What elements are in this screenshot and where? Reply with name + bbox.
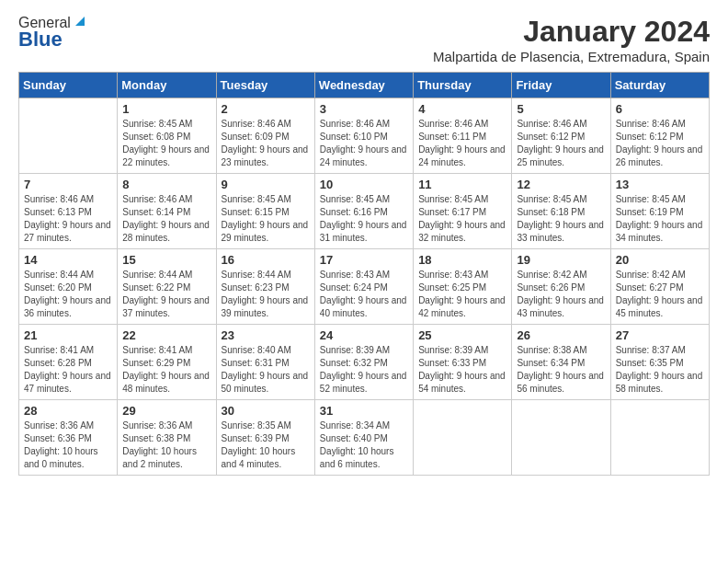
day-info: Sunrise: 8:37 AMSunset: 6:35 PMDaylight:… xyxy=(616,344,704,396)
calendar-cell: 2Sunrise: 8:46 AMSunset: 6:09 PMDaylight… xyxy=(216,98,314,174)
day-number: 5 xyxy=(517,102,605,116)
calendar-cell: 16Sunrise: 8:44 AMSunset: 6:23 PMDayligh… xyxy=(216,249,314,325)
day-number: 19 xyxy=(517,253,605,267)
day-number: 9 xyxy=(222,178,310,191)
day-number: 13 xyxy=(616,178,704,191)
calendar-cell: 3Sunrise: 8:46 AMSunset: 6:10 PMDaylight… xyxy=(314,98,413,174)
day-number: 1 xyxy=(122,102,210,116)
logo-blue-text: Blue xyxy=(18,28,63,52)
calendar-cell: 28Sunrise: 8:36 AMSunset: 6:36 PMDayligh… xyxy=(19,400,118,476)
day-number: 25 xyxy=(418,328,506,342)
day-number: 29 xyxy=(122,404,210,418)
day-number: 24 xyxy=(320,328,408,342)
calendar-cell: 17Sunrise: 8:43 AMSunset: 6:24 PMDayligh… xyxy=(314,249,413,325)
day-info: Sunrise: 8:42 AMSunset: 6:26 PMDaylight:… xyxy=(517,269,605,320)
day-info: Sunrise: 8:44 AMSunset: 6:20 PMDaylight:… xyxy=(24,269,112,320)
day-number: 12 xyxy=(517,178,605,191)
day-number: 15 xyxy=(122,253,210,267)
title-area: January 2024 Malpartida de Plasencia, Ex… xyxy=(433,15,710,64)
day-number: 17 xyxy=(320,253,408,267)
calendar-cell: 10Sunrise: 8:45 AMSunset: 6:16 PMDayligh… xyxy=(314,174,413,249)
day-info: Sunrise: 8:45 AMSunset: 6:19 PMDaylight:… xyxy=(616,193,704,245)
calendar-cell: 4Sunrise: 8:46 AMSunset: 6:11 PMDaylight… xyxy=(414,98,512,174)
day-number: 23 xyxy=(222,328,310,342)
location-subtitle: Malpartida de Plasencia, Extremadura, Sp… xyxy=(433,49,710,64)
calendar-cell: 15Sunrise: 8:44 AMSunset: 6:22 PMDayligh… xyxy=(118,249,216,325)
day-info: Sunrise: 8:40 AMSunset: 6:31 PMDaylight:… xyxy=(222,344,310,396)
day-info: Sunrise: 8:46 AMSunset: 6:13 PMDaylight:… xyxy=(24,193,112,245)
calendar-cell: 23Sunrise: 8:40 AMSunset: 6:31 PMDayligh… xyxy=(216,325,314,400)
header-wednesday: Wednesday xyxy=(314,73,413,98)
day-info: Sunrise: 8:42 AMSunset: 6:27 PMDaylight:… xyxy=(616,269,704,320)
calendar-cell: 5Sunrise: 8:46 AMSunset: 6:12 PMDaylight… xyxy=(512,98,610,174)
calendar-cell: 7Sunrise: 8:46 AMSunset: 6:13 PMDaylight… xyxy=(19,174,118,249)
day-info: Sunrise: 8:46 AMSunset: 6:10 PMDaylight:… xyxy=(320,118,408,169)
calendar-cell: 12Sunrise: 8:45 AMSunset: 6:18 PMDayligh… xyxy=(512,174,610,249)
day-info: Sunrise: 8:36 AMSunset: 6:38 PMDaylight:… xyxy=(122,419,210,471)
day-info: Sunrise: 8:45 AMSunset: 6:17 PMDaylight:… xyxy=(418,193,506,245)
day-info: Sunrise: 8:35 AMSunset: 6:39 PMDaylight:… xyxy=(222,419,310,471)
day-info: Sunrise: 8:34 AMSunset: 6:40 PMDaylight:… xyxy=(320,419,408,471)
day-info: Sunrise: 8:43 AMSunset: 6:25 PMDaylight:… xyxy=(418,269,506,320)
day-info: Sunrise: 8:44 AMSunset: 6:22 PMDaylight:… xyxy=(122,269,210,320)
day-info: Sunrise: 8:46 AMSunset: 6:14 PMDaylight:… xyxy=(122,193,210,245)
logo: General Blue xyxy=(18,15,88,52)
header-tuesday: Tuesday xyxy=(216,73,314,98)
day-info: Sunrise: 8:38 AMSunset: 6:34 PMDaylight:… xyxy=(517,344,605,396)
svg-marker-0 xyxy=(75,17,85,26)
calendar-cell: 31Sunrise: 8:34 AMSunset: 6:40 PMDayligh… xyxy=(314,400,413,476)
day-number: 6 xyxy=(616,102,704,116)
day-number: 3 xyxy=(320,102,408,116)
day-number: 26 xyxy=(517,328,605,342)
calendar-cell xyxy=(414,400,512,476)
header-friday: Friday xyxy=(512,73,610,98)
calendar-cell: 20Sunrise: 8:42 AMSunset: 6:27 PMDayligh… xyxy=(610,249,709,325)
day-number: 14 xyxy=(24,253,112,267)
calendar-cell: 22Sunrise: 8:41 AMSunset: 6:29 PMDayligh… xyxy=(118,325,216,400)
day-number: 4 xyxy=(418,102,506,116)
day-number: 2 xyxy=(222,102,310,116)
day-info: Sunrise: 8:39 AMSunset: 6:33 PMDaylight:… xyxy=(418,344,506,396)
calendar-cell: 30Sunrise: 8:35 AMSunset: 6:39 PMDayligh… xyxy=(216,400,314,476)
logo-arrow-icon xyxy=(72,13,88,29)
day-number: 27 xyxy=(616,328,704,342)
day-number: 30 xyxy=(222,404,310,418)
day-info: Sunrise: 8:45 AMSunset: 6:08 PMDaylight:… xyxy=(122,118,210,169)
day-number: 11 xyxy=(418,178,506,191)
day-info: Sunrise: 8:45 AMSunset: 6:15 PMDaylight:… xyxy=(222,193,310,245)
calendar-cell: 27Sunrise: 8:37 AMSunset: 6:35 PMDayligh… xyxy=(610,325,709,400)
calendar-cell: 9Sunrise: 8:45 AMSunset: 6:15 PMDaylight… xyxy=(216,174,314,249)
day-info: Sunrise: 8:41 AMSunset: 6:28 PMDaylight:… xyxy=(24,344,112,396)
calendar-cell: 6Sunrise: 8:46 AMSunset: 6:12 PMDaylight… xyxy=(610,98,709,174)
week-row-3: 14Sunrise: 8:44 AMSunset: 6:20 PMDayligh… xyxy=(19,249,710,325)
day-number: 18 xyxy=(418,253,506,267)
week-row-1: 1Sunrise: 8:45 AMSunset: 6:08 PMDaylight… xyxy=(19,98,710,174)
header-sunday: Sunday xyxy=(19,73,118,98)
month-title: January 2024 xyxy=(433,15,710,49)
calendar-cell: 13Sunrise: 8:45 AMSunset: 6:19 PMDayligh… xyxy=(610,174,709,249)
day-number: 20 xyxy=(616,253,704,267)
day-info: Sunrise: 8:41 AMSunset: 6:29 PMDaylight:… xyxy=(122,344,210,396)
day-info: Sunrise: 8:44 AMSunset: 6:23 PMDaylight:… xyxy=(222,269,310,320)
calendar-cell: 11Sunrise: 8:45 AMSunset: 6:17 PMDayligh… xyxy=(414,174,512,249)
header-thursday: Thursday xyxy=(414,73,512,98)
day-info: Sunrise: 8:46 AMSunset: 6:12 PMDaylight:… xyxy=(616,118,704,169)
calendar-header-row: SundayMondayTuesdayWednesdayThursdayFrid… xyxy=(19,73,710,98)
calendar-cell: 8Sunrise: 8:46 AMSunset: 6:14 PMDaylight… xyxy=(118,174,216,249)
calendar-cell: 1Sunrise: 8:45 AMSunset: 6:08 PMDaylight… xyxy=(118,98,216,174)
day-info: Sunrise: 8:39 AMSunset: 6:32 PMDaylight:… xyxy=(320,344,408,396)
week-row-4: 21Sunrise: 8:41 AMSunset: 6:28 PMDayligh… xyxy=(19,325,710,400)
day-info: Sunrise: 8:46 AMSunset: 6:12 PMDaylight:… xyxy=(517,118,605,169)
day-info: Sunrise: 8:46 AMSunset: 6:11 PMDaylight:… xyxy=(418,118,506,169)
day-number: 21 xyxy=(24,328,112,342)
header-monday: Monday xyxy=(118,73,216,98)
day-number: 22 xyxy=(122,328,210,342)
header-saturday: Saturday xyxy=(610,73,709,98)
day-number: 8 xyxy=(122,178,210,191)
calendar-table: SundayMondayTuesdayWednesdayThursdayFrid… xyxy=(18,72,710,476)
day-number: 16 xyxy=(222,253,310,267)
day-info: Sunrise: 8:36 AMSunset: 6:36 PMDaylight:… xyxy=(24,419,112,471)
calendar-cell: 26Sunrise: 8:38 AMSunset: 6:34 PMDayligh… xyxy=(512,325,610,400)
calendar-cell: 14Sunrise: 8:44 AMSunset: 6:20 PMDayligh… xyxy=(19,249,118,325)
day-number: 7 xyxy=(24,178,112,191)
